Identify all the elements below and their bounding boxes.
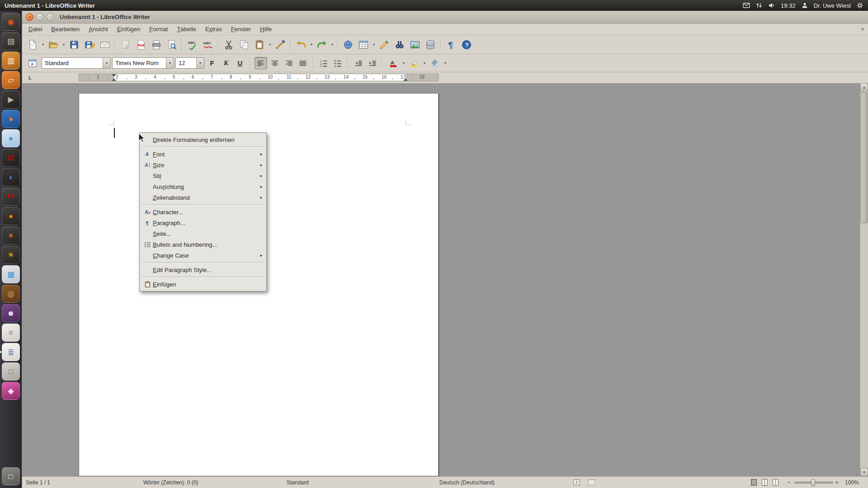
paragraph-style-dropdown[interactable]: ▼ [103, 58, 110, 68]
launcher-photo-manager[interactable]: ▦ [2, 265, 20, 283]
session-gear-icon[interactable] [856, 2, 863, 9]
export-pdf-button[interactable] [133, 38, 149, 52]
zoom-out-button[interactable]: − [787, 477, 791, 488]
menu-format[interactable]: Format [145, 23, 172, 35]
font-size-dropdown[interactable]: ▼ [196, 58, 204, 68]
auto-spellcheck-button[interactable] [200, 38, 216, 52]
launcher-media-pink-app[interactable]: ◆ [2, 382, 20, 400]
font-name-combobox[interactable]: Times New Rom ▼ [112, 57, 174, 69]
highlighting-button[interactable] [408, 57, 420, 70]
zoom-in-button[interactable]: + [835, 477, 839, 488]
launcher-disc-burner[interactable]: ◎ [2, 285, 20, 303]
launcher-ubuntu-one[interactable]: ● [2, 207, 20, 225]
save-button[interactable] [66, 38, 82, 52]
menu-extras[interactable]: Extras [201, 23, 226, 35]
help-button[interactable] [459, 38, 474, 52]
underline-button[interactable]: U [234, 57, 246, 70]
menu-ansicht[interactable]: Ansicht [84, 23, 113, 35]
menu-datei[interactable]: Datei [24, 23, 47, 35]
clock[interactable]: 19:32 [781, 2, 796, 9]
increase-indent-button[interactable] [366, 57, 379, 70]
context-item-edit-paragraph-style[interactable]: Edit Paragraph Style... [140, 264, 266, 275]
launcher-movie-player[interactable]: ▶ [2, 90, 20, 108]
font-size-combobox[interactable]: 12 ▼ [175, 57, 204, 69]
view-book-mode-button[interactable] [773, 479, 778, 486]
italic-button[interactable]: K [220, 57, 232, 70]
launcher-chat-app[interactable]: × [2, 226, 20, 244]
close-document-button[interactable]: × [857, 23, 868, 35]
launcher-trash[interactable]: □ [2, 467, 20, 485]
network-indicator-icon[interactable] [755, 2, 763, 9]
launcher-dash-home[interactable]: ◉ [2, 13, 20, 31]
window-titlebar[interactable]: × − □ Unbenannt 1 - LibreOffice Writer [22, 11, 868, 23]
launcher-chromium[interactable]: ● [2, 129, 20, 147]
window-minimize-button[interactable]: − [36, 13, 44, 21]
vertical-scrollbar[interactable]: ▲ ▼ [860, 83, 868, 476]
launcher-libreoffice-writer[interactable]: ≣ [2, 343, 20, 361]
horizontal-ruler[interactable]: 123456789101112131415161718 [79, 74, 439, 81]
clone-formatting-button[interactable] [273, 38, 288, 52]
context-item-paragraph[interactable]: Paragraph... [140, 217, 266, 228]
context-item-ausrichtung[interactable]: Ausrichtung► [140, 181, 266, 192]
status-page-number[interactable]: Seite 1 / 1 [26, 477, 50, 488]
align-left-button[interactable] [255, 57, 267, 70]
font-name-value[interactable]: Times New Rom [113, 58, 166, 68]
selection-mode-indicator[interactable] [588, 479, 595, 485]
find-and-replace-button[interactable] [392, 38, 407, 52]
context-item-stil[interactable]: Stil► [140, 170, 266, 181]
launcher-archive-app[interactable]: □ [2, 362, 20, 380]
tab-stop-type-selector[interactable]: L [27, 74, 33, 81]
bullet-list-button[interactable] [331, 57, 344, 70]
undo-button[interactable] [293, 38, 309, 52]
launcher-software-center[interactable]: ▥ [2, 52, 20, 70]
view-single-page-button[interactable] [751, 479, 757, 486]
mail-indicator-icon[interactable] [743, 2, 750, 9]
menu-einfügen[interactable]: Einfügen [113, 23, 145, 35]
launcher-firefox[interactable]: ● [2, 110, 20, 128]
insert-table-button[interactable] [356, 38, 371, 52]
numbered-list-button[interactable] [317, 57, 330, 70]
edit-mode-button[interactable] [118, 38, 133, 52]
context-item-font[interactable]: Font► [140, 149, 266, 160]
open-dropdown[interactable]: ▾ [61, 38, 66, 52]
undo-dropdown[interactable]: ▾ [309, 38, 314, 52]
email-document-button[interactable] [97, 38, 113, 52]
insert-mode-indicator[interactable] [573, 479, 580, 485]
launcher-text-document-app[interactable]: ≡ [2, 324, 20, 342]
highlighting-dropdown[interactable]: ▾ [422, 56, 427, 70]
menu-bearbeiten[interactable]: Bearbeiten [47, 23, 84, 35]
volume-indicator-icon[interactable] [768, 2, 775, 9]
view-multi-page-button[interactable] [762, 479, 768, 486]
context-item-einfügen[interactable]: Einfügen [140, 279, 266, 290]
open-button[interactable] [46, 38, 61, 52]
save-as-button[interactable] [82, 38, 97, 52]
styles-and-formatting-button[interactable] [25, 56, 40, 70]
background-color-dropdown[interactable]: ▾ [443, 56, 448, 70]
window-close-button[interactable]: × [26, 13, 33, 21]
status-page-style[interactable]: Standard [287, 477, 309, 488]
launcher-thunderbird[interactable]: ◗ [2, 168, 20, 186]
scroll-up-button[interactable]: ▲ [860, 83, 868, 91]
scrollbar-thumb[interactable] [861, 92, 868, 223]
launcher-filezilla[interactable]: FZ [2, 188, 20, 206]
paste-dropdown[interactable]: ▾ [267, 38, 273, 52]
zoom-slider[interactable] [794, 482, 833, 483]
copy-button[interactable] [236, 38, 252, 52]
align-center-button[interactable] [269, 57, 281, 70]
data-sources-button[interactable] [423, 38, 438, 52]
draw-functions-button[interactable] [377, 38, 392, 52]
font-name-dropdown[interactable]: ▼ [166, 58, 174, 68]
status-language[interactable]: Deutsch (Deutschland) [439, 477, 495, 488]
zoom-percentage[interactable]: 100% [845, 477, 859, 488]
decrease-indent-button[interactable] [352, 57, 365, 70]
bold-button[interactable]: F [206, 57, 218, 70]
launcher-home-folder[interactable]: ▤ [2, 32, 20, 50]
print-button[interactable] [149, 38, 164, 52]
paragraph-style-combobox[interactable]: Standard ▼ [42, 57, 111, 69]
zoom-slider-thumb[interactable] [811, 479, 815, 486]
paste-button[interactable] [252, 38, 267, 52]
context-item-seite[interactable]: Seite... [140, 228, 266, 239]
context-item-direkte-formatierung-entfernen[interactable]: Direkte Formatierung entfernen [140, 134, 266, 145]
gallery-button[interactable] [407, 38, 423, 52]
justify-button[interactable] [297, 57, 309, 70]
